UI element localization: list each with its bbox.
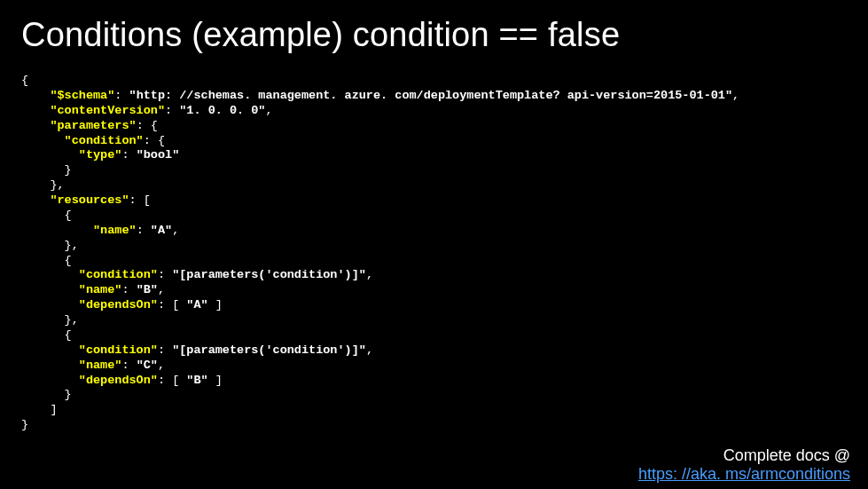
code-block: { "$schema": "http: //schemas. managemen… <box>21 74 847 433</box>
code-text: : { <box>144 134 165 147</box>
json-value: "A" <box>151 224 172 237</box>
code-text: { <box>65 328 72 342</box>
code-text: { <box>65 254 72 267</box>
code-text: : { <box>137 119 158 132</box>
slide: Conditions (example) condition == false … <box>0 0 868 489</box>
json-key: "contentVersion" <box>50 104 165 117</box>
json-value: "A" <box>186 298 207 312</box>
json-value: "http: //schemas. management. azure. com… <box>129 89 733 102</box>
json-value: "B" <box>186 374 207 387</box>
json-value: "1. 0. 0. 0" <box>179 104 265 117</box>
code-text: }, <box>65 239 79 252</box>
code-text: } <box>21 418 28 431</box>
json-key: "condition" <box>65 134 144 147</box>
code-text: , <box>732 89 739 102</box>
json-key: "resources" <box>50 193 129 207</box>
json-value: "[parameters('condition')]" <box>172 268 366 281</box>
footer-docs-label: Complete docs @ <box>723 446 850 464</box>
code-text: ] <box>208 374 223 387</box>
code-text: }, <box>65 313 79 327</box>
json-key: "dependsOn" <box>79 298 158 312</box>
code-text: : [ <box>129 193 151 207</box>
footer: Complete docs @ https: //aka. ms/armcond… <box>638 446 850 484</box>
code-text: : <box>165 104 179 117</box>
json-key: "parameters" <box>50 119 136 132</box>
code-text: : <box>158 343 172 357</box>
code-text: , <box>158 359 165 372</box>
json-value: "bool" <box>137 148 180 162</box>
json-key: "type" <box>79 148 122 162</box>
json-key: "$schema" <box>50 89 114 102</box>
json-key: "condition" <box>79 343 158 357</box>
code-text: ] <box>50 403 57 416</box>
code-text: }, <box>50 178 64 192</box>
code-text: : [ <box>158 298 186 312</box>
json-value: "C" <box>137 359 158 372</box>
code-text: , <box>265 104 272 117</box>
code-text: , <box>366 343 373 357</box>
json-key: "condition" <box>79 268 158 281</box>
json-key: "dependsOn" <box>79 374 158 387</box>
code-text: : <box>137 224 151 237</box>
slide-title: Conditions (example) condition == false <box>21 16 847 54</box>
json-key: "name" <box>79 283 122 296</box>
code-text: : <box>121 283 136 296</box>
code-text: , <box>172 224 179 237</box>
json-value: "[parameters('condition')]" <box>172 343 366 357</box>
footer-link[interactable]: https: //aka. ms/armconditions <box>638 465 850 483</box>
code-text: : <box>121 148 136 162</box>
code-text: } <box>65 388 72 401</box>
code-text: : [ <box>158 374 186 387</box>
code-text: : <box>114 89 129 102</box>
json-key: "name" <box>93 224 137 237</box>
code-line: { <box>21 74 28 87</box>
code-text: ] <box>208 298 223 312</box>
code-text: { <box>65 209 72 222</box>
json-key: "name" <box>79 359 122 372</box>
code-text: , <box>158 283 165 296</box>
code-text: : <box>158 268 172 281</box>
code-text: : <box>121 359 136 372</box>
code-text: } <box>65 163 72 177</box>
json-value: "B" <box>137 283 158 296</box>
code-text: , <box>366 268 373 281</box>
